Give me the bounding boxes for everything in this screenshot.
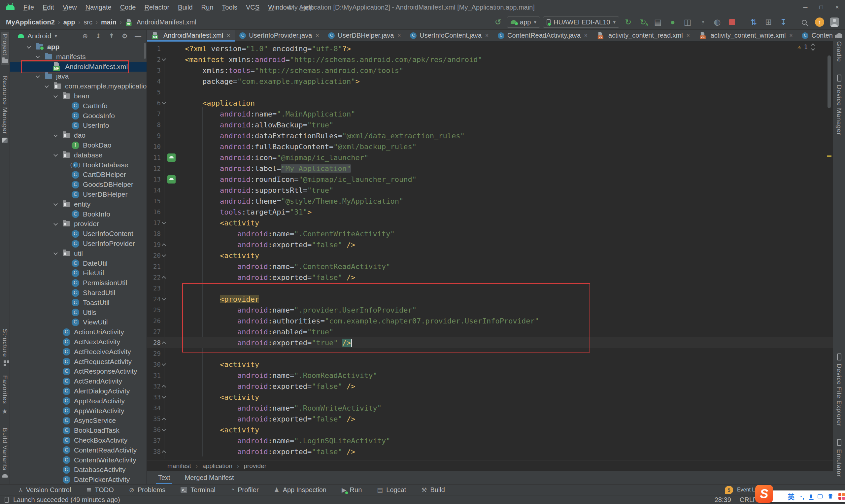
locate-icon[interactable]: ⊕ — [80, 31, 90, 41]
menu-tools[interactable]: Tools — [217, 4, 241, 11]
tree-chevron-icon[interactable] — [54, 222, 62, 226]
code-editor[interactable]: 1<?xml version="1.0" encoding="utf-8"?>2… — [147, 41, 833, 461]
toolwindow-version-control[interactable]: YVersion Control — [18, 486, 71, 494]
inspections-widget[interactable]: ⚠ 1 — [797, 43, 815, 51]
xml-breadcrumb-application[interactable]: application — [202, 463, 232, 470]
android-launcher-icon[interactable] — [167, 175, 176, 183]
tab-text[interactable]: Text — [158, 471, 170, 484]
tree-item-userinfoprovider[interactable]: CUserInfoProvider — [10, 239, 147, 249]
tree-chevron-icon[interactable] — [28, 46, 35, 49]
tree-item-datepickeractivity[interactable]: CDatePickerActivity — [10, 475, 147, 484]
tree-item-dao[interactable]: dao — [10, 130, 147, 140]
tree-item-databaseactivity[interactable]: CDatabaseActivity — [10, 465, 147, 475]
tree-item-appwriteactivity[interactable]: CAppWriteActivity — [10, 406, 147, 416]
tree-item-asyncservice[interactable]: CAsyncService — [10, 416, 147, 426]
apply-code-changes-icon[interactable]: ↻A — [637, 17, 649, 28]
tree-item-androidmanifest-xml[interactable]: AndroidManifest.xml — [10, 62, 147, 72]
run-configuration-select[interactable]: app▾ — [507, 17, 540, 28]
tree-item-fileutil[interactable]: CFileUtil — [10, 268, 147, 278]
xml-breadcrumb-provider[interactable]: provider — [244, 463, 266, 470]
microphone-icon[interactable] — [810, 494, 812, 498]
tab-userinfoprovider-java[interactable]: CUserInfoProvider.java× — [235, 30, 323, 41]
line-separator-indicator[interactable]: CRLF — [740, 496, 757, 504]
tree-item-bookdatabase[interactable]: (C)BookDatabase — [10, 160, 147, 170]
tab-merged-manifest[interactable]: Merged Manifest — [185, 471, 234, 484]
tree-item-toastutil[interactable]: CToastUtil — [10, 298, 147, 308]
tool-stripe-project[interactable]: Project — [1, 32, 9, 65]
tree-item-sharedutil[interactable]: CSharedUtil — [10, 288, 147, 298]
menu-edit[interactable]: Edit — [38, 4, 58, 11]
sogou-ime-logo-icon[interactable]: S — [755, 485, 773, 503]
toolwindow-todo[interactable]: ≣TODO — [86, 486, 113, 494]
tree-item-util[interactable]: util — [10, 249, 147, 258]
ime-toolbar[interactable]: S 英 ·, — [760, 490, 845, 502]
device-select[interactable]: HUAWEI EDI-AL10▾ — [543, 17, 619, 28]
tab-activity-content-write-xml[interactable]: activity_content_write.xml× — [695, 30, 797, 41]
close-tab-icon[interactable]: × — [485, 32, 488, 39]
fold-marker-icon[interactable] — [162, 296, 166, 301]
settings-icon[interactable]: ⚙ — [120, 31, 130, 41]
tree-item-goodsdbhelper[interactable]: CGoodsDBHelper — [10, 180, 147, 190]
tree-item-actsendactivity[interactable]: CActSendActivity — [10, 376, 147, 386]
close-tab-icon[interactable]: × — [397, 32, 401, 39]
breadcrumb-item-src[interactable]: src — [84, 18, 92, 26]
tree-scrollbar[interactable] — [144, 43, 146, 59]
close-tab-icon[interactable]: × — [316, 32, 319, 39]
stop-icon[interactable] — [726, 17, 738, 28]
keyboard-icon[interactable] — [817, 494, 823, 498]
tree-item-contentreadactivity[interactable]: CContentReadActivity — [10, 445, 147, 455]
tree-chevron-icon[interactable] — [54, 134, 62, 137]
tab-userinfocontent-java[interactable]: CUserInfoContent.java× — [405, 30, 493, 41]
tree-item-cartinfo[interactable]: CCartInfo — [10, 101, 147, 111]
tree-chevron-icon[interactable] — [54, 203, 62, 205]
tree-item-userinfocontent[interactable]: CUserInfoContent — [10, 229, 147, 239]
maximize-button[interactable]: □ — [813, 0, 829, 15]
tab-androidmanifest-xml[interactable]: AndroidManifest.xml× — [147, 30, 235, 41]
tree-chevron-icon[interactable] — [45, 85, 53, 88]
tree-item-alertdialogactivity[interactable]: CAlertDialogActivity — [10, 386, 147, 396]
close-tab-icon[interactable]: × — [584, 32, 588, 39]
tool-stripe-gradle[interactable]: Gradle — [835, 31, 843, 64]
ime-punctuation-indicator[interactable]: ·, — [800, 492, 804, 500]
apply-changes-icon[interactable]: ↻ — [622, 17, 634, 28]
tree-item-actreceiveactivity[interactable]: CActReceiveActivity — [10, 347, 147, 357]
ime-language-indicator[interactable]: 英 — [788, 491, 794, 501]
fold-marker-icon[interactable] — [162, 450, 166, 454]
fold-marker-icon[interactable] — [162, 57, 166, 61]
tab-userdbhelper-java[interactable]: CUserDBHelper.java× — [323, 30, 405, 41]
breadcrumb-item-androidmanifest-xml[interactable]: AndroidManifest.xml — [125, 18, 196, 27]
tree-item-userdbhelper[interactable]: CUserDBHelper — [10, 190, 147, 199]
tool-stripe-device-file-explorer[interactable]: Device File Explorer — [835, 352, 843, 428]
ime-skin-icon[interactable] — [828, 494, 833, 499]
tree-item-database[interactable]: database — [10, 150, 147, 160]
tool-stripe-device-manager[interactable]: Device Manager — [835, 73, 843, 137]
sync-device-icon[interactable]: ⇅ — [748, 17, 759, 28]
profile-avatar-icon[interactable] — [828, 17, 840, 28]
fold-marker-icon[interactable] — [162, 341, 166, 346]
tab-contentreadactivity-java[interactable]: CContentReadActivity.java× — [493, 30, 592, 41]
attach-debugger-icon[interactable]: ◫ — [682, 17, 694, 28]
toolwindow-profiler[interactable]: ◔Profiler — [231, 486, 259, 494]
close-button[interactable]: × — [829, 0, 845, 15]
tree-item-utils[interactable]: CUtils — [10, 308, 147, 318]
tool-stripe-favorites[interactable]: Favorites★ — [1, 373, 9, 417]
tree-item-dateutil[interactable]: CDateUtil — [10, 258, 147, 268]
toolwindow-run[interactable]: ▶Run — [342, 486, 362, 494]
toolwindow-app-inspection[interactable]: ♟App Inspection — [274, 486, 326, 494]
menu-refactor[interactable]: Refactor — [140, 4, 174, 11]
tree-item-java[interactable]: java — [10, 71, 147, 81]
close-tab-icon[interactable]: × — [790, 32, 793, 39]
tree-item-actionuriactivity[interactable]: CActionUriActivity — [10, 327, 147, 337]
tree-item-userinfo[interactable]: CUserInfo — [10, 121, 147, 130]
close-tab-icon[interactable]: × — [687, 32, 690, 39]
tree-item-checkboxactivity[interactable]: CCheckBoxActivity — [10, 435, 147, 445]
breadcrumb-item-main[interactable]: main — [101, 18, 116, 26]
fold-marker-icon[interactable] — [162, 417, 166, 422]
fold-marker-icon[interactable] — [162, 100, 166, 105]
tree-item-provider[interactable]: provider — [10, 219, 147, 229]
tree-item-manifests[interactable]: manifests — [10, 52, 147, 62]
tree-item-actresponseactivity[interactable]: CActResponseActivity — [10, 366, 147, 376]
sdk-manager-icon[interactable]: ↧ — [777, 17, 789, 28]
tab-activity-content-read-xml[interactable]: activity_content_read.xml× — [592, 30, 695, 41]
run-tasks-icon[interactable]: ▤ — [652, 17, 664, 28]
